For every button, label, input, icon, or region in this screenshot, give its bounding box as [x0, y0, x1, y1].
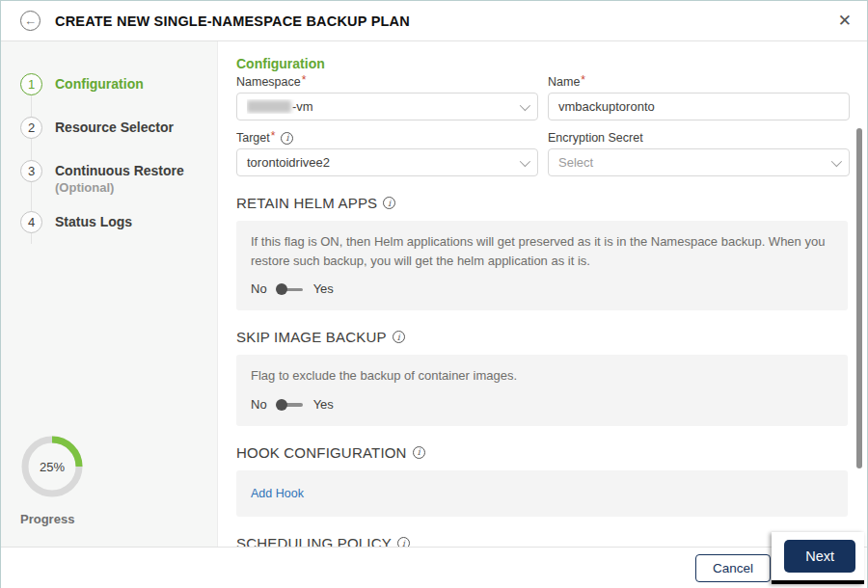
toggle-on-label: Yes — [313, 395, 334, 414]
info-icon[interactable]: i — [281, 132, 293, 145]
toggle-knob — [276, 283, 287, 295]
form-section-title: Configuration — [236, 56, 850, 71]
chevron-down-icon — [520, 155, 530, 166]
step-configuration[interactable]: 1 Configuration — [1, 63, 217, 106]
step-label: Status Logs — [55, 211, 132, 229]
skip-image-backup-header: SKIP IMAGE BACKUP i — [236, 329, 850, 345]
encryption-secret-select[interactable]: Select — [548, 148, 850, 176]
cancel-button[interactable]: Cancel — [695, 554, 771, 582]
scheduling-policy-header: SCHEDULING POLICY i — [236, 535, 850, 547]
chevron-down-icon — [831, 155, 842, 166]
step-number: 1 — [20, 73, 42, 95]
info-icon[interactable]: i — [383, 197, 395, 209]
step-resource-selector[interactable]: 2 Resource Selector — [1, 106, 217, 149]
target-label: Target* i — [236, 131, 538, 145]
configuration-form: Configuration Namespace* -vm Name* — [218, 41, 867, 547]
step-number: 4 — [20, 211, 42, 233]
step-label: Configuration — [55, 73, 144, 92]
progress-label: Progress — [20, 512, 97, 526]
stepper-sidebar: 1 Configuration 2 Resource Selector 3 Co… — [1, 41, 218, 547]
info-icon[interactable]: i — [393, 331, 405, 343]
skip-image-toggle[interactable] — [276, 398, 305, 411]
step-label: Resource Selector — [55, 117, 174, 135]
skip-image-description: Flag to exclude the backup of container … — [251, 366, 833, 386]
name-input[interactable] — [548, 93, 850, 120]
hook-configuration-panel: Add Hook — [236, 470, 848, 517]
step-number: 3 — [20, 160, 42, 182]
toggle-off-label: No — [251, 280, 267, 299]
target-select[interactable]: torontoidrivee2 — [236, 148, 538, 176]
required-asterisk: * — [302, 73, 307, 87]
namespace-select[interactable]: -vm — [236, 93, 538, 120]
info-icon[interactable]: i — [397, 537, 410, 547]
retain-helm-toggle[interactable] — [276, 283, 305, 296]
toggle-on-label: Yes — [313, 280, 334, 299]
scrollbar-thumb[interactable] — [856, 128, 862, 468]
next-button-highlight: Next — [772, 532, 864, 584]
redacted-text — [247, 100, 291, 113]
name-label: Name* — [548, 75, 850, 89]
dialog-header: ← CREATE NEW SINGLE-NAMESPACE BACKUP PLA… — [1, 1, 867, 41]
skip-image-backup-panel: Flag to exclude the backup of container … — [236, 355, 848, 425]
progress-percent: 25% — [20, 435, 84, 498]
progress-indicator: 25% Progress — [20, 435, 97, 526]
required-asterisk: * — [581, 73, 585, 87]
step-continuous-restore[interactable]: 3 Continuous Restore — [1, 149, 217, 184]
retain-helm-description: If this flag is ON, then Helm applicatio… — [251, 232, 833, 271]
dialog-footer: Cancel — [1, 547, 867, 588]
namespace-label: Namespace* — [236, 75, 538, 89]
toggle-off-label: No — [251, 395, 267, 414]
close-icon[interactable]: ✕ — [838, 11, 852, 31]
add-hook-link[interactable]: Add Hook — [251, 487, 304, 500]
back-icon[interactable]: ← — [20, 11, 41, 31]
chevron-down-icon — [520, 99, 530, 110]
retain-helm-apps-panel: If this flag is ON, then Helm applicatio… — [236, 221, 848, 310]
step-status-logs[interactable]: 4 Status Logs — [1, 200, 217, 244]
step-label: Continuous Restore — [55, 160, 184, 178]
retain-helm-apps-header: RETAIN HELM APPS i — [236, 195, 850, 211]
toggle-knob — [276, 399, 287, 411]
next-button[interactable]: Next — [784, 540, 855, 573]
encryption-secret-label: Encryption Secret — [548, 131, 850, 145]
step-number: 2 — [20, 117, 42, 139]
required-asterisk: * — [271, 129, 276, 143]
info-icon[interactable]: i — [413, 446, 425, 459]
dialog-title: CREATE NEW SINGLE-NAMESPACE BACKUP PLAN — [55, 13, 410, 29]
create-backup-plan-dialog: ← CREATE NEW SINGLE-NAMESPACE BACKUP PLA… — [0, 0, 868, 588]
hook-configuration-header: HOOK CONFIGURATION i — [236, 444, 850, 461]
